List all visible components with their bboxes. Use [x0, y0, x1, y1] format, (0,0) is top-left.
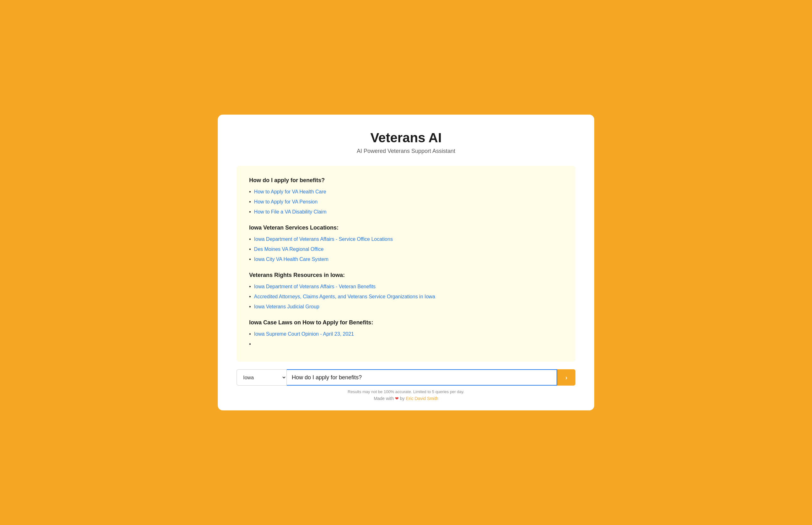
header: Veterans AI AI Powered Veterans Support …: [237, 130, 575, 154]
list-item: Accredited Attorneys, Claims Agents, and…: [249, 293, 563, 300]
list-item: Iowa Department of Veterans Affairs - Ve…: [249, 283, 563, 290]
list-item: Iowa City VA Health Care System: [249, 256, 563, 263]
author-link[interactable]: Eric David Smith: [406, 396, 438, 401]
made-with-text: Made with: [374, 396, 394, 401]
resource-link[interactable]: How to File a VA Disability Claim: [254, 208, 327, 216]
by-text: by: [400, 396, 405, 401]
query-input[interactable]: [287, 369, 557, 386]
link-list-iowa-locations: Iowa Department of Veterans Affairs - Se…: [249, 236, 563, 263]
app-subtitle: AI Powered Veterans Support Assistant: [237, 148, 575, 154]
resource-link[interactable]: Accredited Attorneys, Claims Agents, and…: [254, 293, 435, 300]
section-iowa-locations: Iowa Veteran Services Locations:Iowa Dep…: [249, 225, 563, 263]
link-list-veterans-rights: Iowa Department of Veterans Affairs - Ve…: [249, 283, 563, 311]
resource-link[interactable]: Iowa Veterans Judicial Group: [254, 303, 319, 311]
submit-arrow-icon: ›: [565, 374, 567, 381]
footer-credit: Made with ❤ by Eric David Smith: [237, 396, 575, 401]
resource-link[interactable]: Iowa Department of Veterans Affairs - Se…: [254, 236, 393, 243]
section-veterans-rights: Veterans Rights Resources in Iowa:Iowa D…: [249, 272, 563, 311]
state-select[interactable]: IowaAlabamaAlaskaArizonaArkansasCaliforn…: [237, 369, 287, 386]
resource-link[interactable]: Iowa Department of Veterans Affairs - Ve…: [254, 283, 376, 290]
search-bar: IowaAlabamaAlaskaArizonaArkansasCaliforn…: [237, 369, 575, 386]
section-title-iowa-locations: Iowa Veteran Services Locations:: [249, 225, 563, 231]
heart-icon: ❤: [395, 396, 400, 401]
list-item: Des Moines VA Regional Office: [249, 245, 563, 253]
app-title: Veterans AI: [237, 130, 575, 145]
list-item: Iowa Supreme Court Opinion - April 23, 2…: [249, 330, 563, 338]
content-area: How do I apply for benefits?How to Apply…: [237, 166, 575, 362]
footer-disclaimer: Results may not be 100% accurate. Limite…: [237, 389, 575, 394]
resource-link[interactable]: Des Moines VA Regional Office: [254, 245, 324, 253]
list-item: Iowa Veterans Judicial Group: [249, 303, 563, 311]
list-item: Iowa Department of Veterans Affairs - Se…: [249, 236, 563, 243]
section-title-veterans-rights: Veterans Rights Resources in Iowa:: [249, 272, 563, 279]
list-item: How to File a VA Disability Claim: [249, 208, 563, 216]
link-list-case-laws: Iowa Supreme Court Opinion - April 23, 2…: [249, 330, 563, 348]
list-item: How to Apply for VA Pension: [249, 198, 563, 206]
section-title-apply-benefits: How do I apply for benefits?: [249, 177, 563, 184]
section-title-case-laws: Iowa Case Laws on How to Apply for Benef…: [249, 319, 563, 326]
resource-link[interactable]: Iowa Supreme Court Opinion - April 23, 2…: [254, 330, 354, 338]
link-list-apply-benefits: How to Apply for VA Health CareHow to Ap…: [249, 188, 563, 216]
section-case-laws: Iowa Case Laws on How to Apply for Benef…: [249, 319, 563, 348]
resource-link[interactable]: How to Apply for VA Pension: [254, 198, 317, 206]
section-apply-benefits: How do I apply for benefits?How to Apply…: [249, 177, 563, 216]
list-item: How to Apply for VA Health Care: [249, 188, 563, 196]
resource-link[interactable]: Iowa City VA Health Care System: [254, 256, 328, 263]
app-container: Veterans AI AI Powered Veterans Support …: [218, 115, 594, 410]
list-item: [249, 340, 563, 348]
submit-button[interactable]: ›: [557, 369, 575, 386]
resource-link[interactable]: How to Apply for VA Health Care: [254, 188, 326, 196]
